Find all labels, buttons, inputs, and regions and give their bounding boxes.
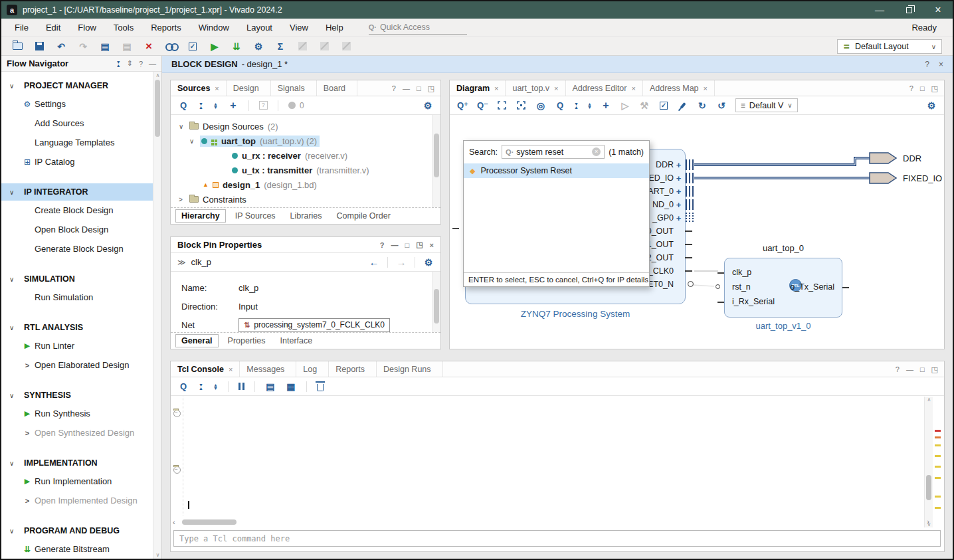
chevron-down-icon[interactable]: ∨ (179, 123, 185, 130)
sources-scrollbar[interactable] (432, 115, 440, 207)
expand-all-icon[interactable]: ▲▼ (587, 102, 592, 109)
help-icon[interactable]: ? (380, 241, 385, 249)
pin-net-value[interactable]: ⇅processing_system7_0_FCLK_CLK0 (238, 318, 390, 332)
tab[interactable]: Address Map× (643, 80, 715, 96)
scrollbar-thumb[interactable] (434, 289, 439, 324)
console-vscrollbar[interactable]: ∧ ∨ (924, 397, 933, 527)
flow-item-run-implementation[interactable]: ▶Run Implementation (1, 472, 161, 491)
tab[interactable]: Design (227, 80, 271, 96)
collapse-all-icon[interactable]: ▼▲ (574, 102, 579, 109)
minimize-panel-icon[interactable]: — (906, 365, 913, 373)
clear-console-icon[interactable] (317, 384, 324, 391)
close-tab-icon[interactable]: × (554, 84, 558, 92)
copy-icon[interactable]: ▤ (265, 381, 276, 392)
fit-selection-icon[interactable] (516, 100, 527, 111)
menu-item[interactable]: Help (326, 23, 343, 33)
console-hscrollbar[interactable]: ‹ (173, 517, 921, 526)
paste-icon[interactable]: ▤ (122, 41, 132, 52)
tab[interactable]: IP Sources (230, 210, 281, 222)
expand-port-icon[interactable]: + (674, 160, 683, 170)
search-result-item[interactable]: ◆ Processor System Reset (464, 163, 649, 178)
expand-port-icon[interactable]: + (674, 187, 683, 197)
float-panel-icon[interactable]: ◳ (931, 84, 938, 93)
flow-item-open-synthesized-design[interactable]: >Open Synthesized Design (1, 423, 161, 442)
forward-icon[interactable]: → (396, 257, 407, 268)
diagram-canvas[interactable]: DDR FIXED_IO DDR (450, 116, 944, 349)
flow-item-settings[interactable]: ⚙Settings (1, 94, 161, 114)
expand-all-icon[interactable]: ▲▼ (213, 102, 218, 109)
collapse-all-icon[interactable]: ▼▲ (199, 383, 203, 390)
back-icon[interactable]: ← (369, 257, 379, 268)
tree-item-uart-top[interactable]: ∨ uart_top(uart_top.v) (2) (171, 134, 440, 148)
settings-icon[interactable]: ⚙ (253, 41, 264, 52)
uart-pin-rst-n[interactable]: rst_n (732, 282, 751, 292)
search-icon[interactable]: Q (178, 381, 189, 392)
maximize-panel-icon[interactable]: □ (920, 365, 925, 373)
console-log[interactable]: apply_bd_automation -rule xilinx.com:bd_… (171, 397, 923, 515)
tree-item-design-sources[interactable]: ∨ Design Sources(2) (171, 119, 440, 134)
minimize-panel-icon[interactable]: — (149, 60, 156, 68)
flow-section-program-debug[interactable]: ∨PROGRAM AND DEBUG (1, 522, 161, 539)
fold-marker-icon[interactable] (173, 478, 181, 485)
uart-top-block[interactable]: clk_p rst_n i_Rx_Serial RTL o_Tx_Serial (724, 258, 842, 318)
add-sources-icon[interactable]: + (228, 100, 238, 111)
menu-item[interactable]: Reports (151, 23, 181, 33)
menu-item[interactable]: Layout (246, 23, 272, 33)
tab[interactable]: Board (317, 80, 357, 96)
flow-item-run-simulation[interactable]: Run Simulation (1, 288, 161, 307)
bpp-scrollbar[interactable] (432, 272, 440, 332)
float-panel-icon[interactable]: ◳ (931, 365, 938, 374)
float-panel-icon[interactable]: ◳ (428, 84, 434, 93)
run-icon[interactable]: ▶ (209, 41, 220, 52)
zoom-in-icon[interactable]: Q⁺ (457, 100, 468, 111)
view-selector[interactable]: ≡ Default V ∨ (735, 98, 798, 112)
tree-item-constraints[interactable]: > Constraints (171, 192, 440, 207)
tab[interactable]: Signals (271, 80, 317, 96)
close-tab-icon[interactable]: × (631, 84, 635, 92)
close-icon[interactable]: × (430, 241, 434, 249)
redo-icon[interactable]: ↷ (78, 41, 88, 52)
scrollbar-thumb[interactable] (434, 134, 439, 177)
autofit-icon[interactable]: ◎ (535, 100, 546, 111)
flow-item-run-linter[interactable]: ▶Run Linter (1, 336, 161, 355)
menu-item[interactable]: Window (199, 23, 229, 33)
flow-item-language-templates[interactable]: Language Templates (1, 133, 161, 152)
collapse-all-icon[interactable]: ▼▲ (116, 60, 121, 67)
help-icon[interactable]: ? (925, 60, 929, 69)
flow-section-implementation[interactable]: ∨IMPLEMENTATION (1, 454, 161, 472)
tab[interactable]: Sources× (171, 80, 227, 96)
close-tab-icon[interactable]: × (494, 84, 498, 92)
close-icon[interactable]: × (939, 60, 943, 69)
scroll-left-icon[interactable]: ‹ (173, 518, 175, 526)
help-icon[interactable]: ? (139, 60, 143, 68)
flow-section-rtl-analysis[interactable]: ∨RTL ANALYSIS (1, 319, 161, 336)
restore-button[interactable] (894, 1, 923, 19)
search-icon[interactable]: Q (555, 100, 565, 111)
tab[interactable]: Log (296, 361, 329, 377)
maximize-panel-icon[interactable]: □ (405, 241, 410, 249)
selected-tree-item[interactable]: uart_top(uart_top.v) (2) (200, 136, 320, 147)
close-tab-icon[interactable]: × (704, 84, 708, 92)
flow-section-synthesis[interactable]: ∨SYNTHESIS (1, 387, 161, 404)
minimize-button[interactable]: — (865, 1, 894, 19)
minimize-panel-icon[interactable]: — (403, 84, 410, 92)
uart-pin-rx-serial[interactable]: i_Rx_Serial (732, 297, 775, 306)
tab[interactable]: Diagram× (450, 80, 506, 96)
tree-item-u-rx[interactable]: u_rx : receiver(receiver.v) (171, 148, 440, 163)
tree-item-u-tx[interactable]: u_tx : transmitter(transmitter.v) (171, 163, 440, 177)
tree-item-design-1[interactable]: ▲ design_1(design_1.bd) (171, 177, 440, 192)
collapse-all-icon[interactable]: ▼▲ (199, 102, 203, 109)
fold-marker-icon[interactable] (173, 410, 181, 417)
flow-item-generate-block-design[interactable]: Generate Block Design (1, 239, 161, 258)
tab[interactable]: Compile Order (332, 210, 396, 222)
flow-item-generate-bitstream[interactable]: ⇊Generate Bitstream (1, 539, 161, 559)
layout-selector[interactable]: 〓 Default Layout ∨ (837, 39, 942, 54)
regenerate-layout-icon[interactable]: ↺ (716, 100, 727, 111)
validate-icon[interactable]: ✓ (187, 41, 198, 52)
maximize-panel-icon[interactable]: □ (417, 84, 421, 92)
tab[interactable]: Hierarchy (175, 209, 226, 223)
fold-marker-icon[interactable] (173, 489, 181, 496)
gear-icon[interactable]: ⚙ (926, 100, 937, 111)
chevron-down-icon[interactable]: ∨ (189, 138, 196, 145)
maximize-panel-icon[interactable]: □ (920, 84, 925, 92)
